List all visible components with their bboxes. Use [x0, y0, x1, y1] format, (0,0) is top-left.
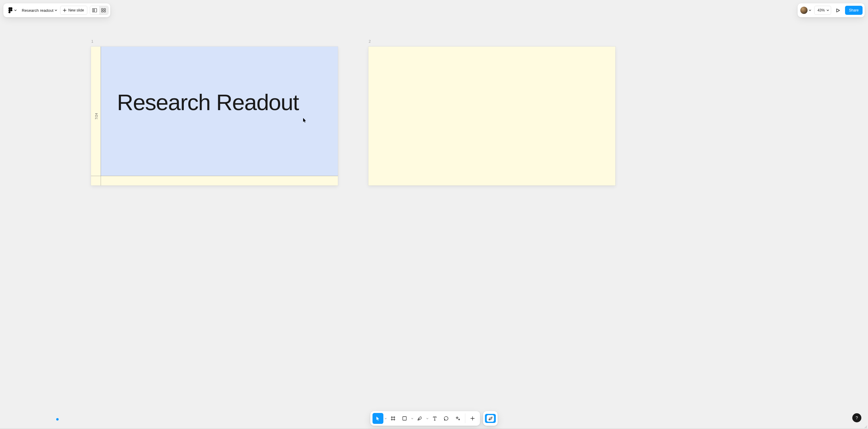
slide-1-horizontal-guide — [91, 176, 338, 176]
chevron-down-icon — [411, 418, 413, 420]
slide-1-title[interactable]: Research Readout — [117, 90, 299, 114]
slide-number-2: 2 — [369, 39, 371, 44]
user-menu-button[interactable] — [800, 5, 812, 16]
pen-tool-chevron[interactable] — [426, 413, 429, 424]
top-left-toolbar: Research readout New slide — [3, 3, 110, 17]
pen-tool-icon — [417, 416, 423, 421]
comment-tool-icon — [444, 416, 449, 421]
pen-tool-button[interactable] — [414, 413, 425, 424]
plus-icon — [63, 8, 66, 12]
svg-rect-0 — [92, 8, 94, 12]
leaf-icon — [487, 415, 494, 422]
figma-logo-icon — [7, 6, 13, 15]
document-title: Research readout — [22, 8, 54, 13]
eco-mode-button[interactable] — [485, 414, 496, 423]
present-button[interactable] — [834, 6, 843, 15]
frame-tool-button[interactable] — [388, 413, 399, 424]
chevron-down-icon — [426, 418, 428, 420]
dock-separator — [465, 413, 465, 423]
slide-1[interactable]: 7/24 Research Readout — [91, 47, 338, 185]
zoom-value: 43% — [817, 8, 825, 12]
share-button[interactable]: Share — [845, 6, 863, 15]
frame-tool-icon — [391, 416, 396, 421]
bottom-edge-shadow — [0, 428, 868, 429]
view-toggle-group — [90, 6, 108, 15]
tool-panel-main — [371, 411, 480, 426]
select-tool-chevron[interactable] — [384, 413, 387, 424]
svg-rect-1 — [94, 8, 97, 12]
zoom-dropdown[interactable]: 43% — [814, 6, 831, 15]
text-tool-icon — [432, 416, 438, 421]
chevron-down-icon — [827, 9, 829, 11]
single-slide-view-button[interactable] — [90, 6, 99, 15]
shape-tool-button[interactable] — [399, 413, 410, 424]
grid-view-button[interactable] — [99, 6, 108, 15]
svg-rect-4 — [101, 10, 103, 12]
shape-tool-icon — [402, 416, 407, 421]
single-slide-view-icon — [92, 8, 97, 12]
bottom-tool-dock — [371, 411, 498, 426]
chevron-down-icon — [55, 9, 57, 11]
ai-tool-button[interactable] — [453, 413, 463, 424]
select-tool-button[interactable] — [373, 413, 383, 424]
insert-tool-button[interactable] — [467, 413, 478, 424]
help-button[interactable]: ? — [852, 413, 861, 422]
new-slide-button[interactable]: New slide — [60, 6, 87, 15]
slide-2[interactable] — [368, 47, 615, 185]
main-menu-button[interactable] — [5, 5, 18, 16]
svg-rect-6 — [403, 417, 406, 420]
share-label: Share — [849, 8, 859, 12]
chevron-down-icon — [809, 9, 811, 11]
shape-tool-chevron[interactable] — [411, 413, 414, 424]
svg-rect-3 — [104, 8, 105, 10]
help-icon: ? — [856, 416, 858, 420]
ai-sparkle-icon — [455, 416, 461, 422]
comment-tool-button[interactable] — [441, 413, 452, 424]
plus-icon — [470, 416, 475, 421]
chevron-down-icon — [13, 6, 17, 15]
canvas[interactable]: 1 2 7/24 Research Readout — [0, 0, 868, 429]
top-right-toolbar: 43% Share — [798, 3, 865, 17]
svg-rect-5 — [104, 10, 105, 12]
play-icon — [836, 8, 840, 13]
page-indicator-dot[interactable] — [56, 418, 59, 421]
new-slide-label: New slide — [68, 8, 84, 12]
grid-view-icon — [101, 8, 106, 12]
document-title-button[interactable]: Research readout — [19, 5, 59, 16]
text-tool-button[interactable] — [430, 413, 440, 424]
avatar — [800, 7, 808, 14]
select-tool-icon — [375, 416, 381, 421]
slide-1-date-badge: 7/24 — [95, 113, 98, 119]
svg-rect-2 — [101, 8, 103, 10]
slide-1-vertical-guide — [101, 47, 101, 185]
tool-panel-secondary — [483, 411, 498, 426]
slide-number-1: 1 — [91, 39, 93, 44]
chevron-down-icon — [384, 418, 386, 420]
